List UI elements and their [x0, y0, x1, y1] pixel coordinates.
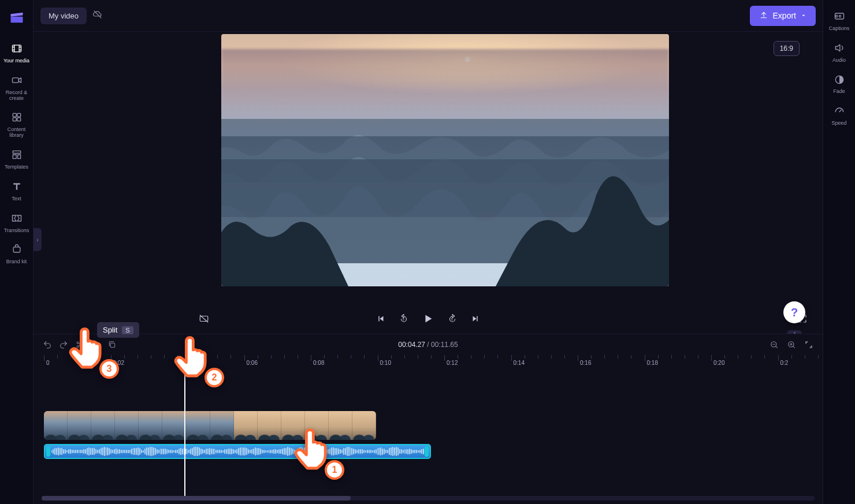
total-duration: 00:11.65: [431, 341, 458, 349]
sidebar-item-label: Record & create: [6, 89, 28, 101]
ruler-tick-label: 0:20: [713, 360, 724, 366]
svg-rect-1: [12, 45, 21, 52]
ruler-tick-label: 0:14: [514, 360, 525, 366]
audio-trim-handle-right[interactable]: [425, 446, 429, 457]
fit-timeline-button[interactable]: [804, 340, 813, 349]
ruler-tick-label: 0:12: [447, 360, 458, 366]
svg-rect-3: [13, 114, 16, 117]
timeline-scrollbar[interactable]: [42, 496, 815, 501]
right-item-label: Captions: [829, 25, 850, 31]
audio-trim-handle-left[interactable]: [46, 446, 50, 457]
tutorial-badge: 1: [325, 460, 344, 480]
transitions-icon: [0, 212, 34, 226]
tutorial-badge: 2: [205, 368, 224, 387]
right-item-speed[interactable]: Speed: [823, 99, 856, 131]
sidebar-item-your-media[interactable]: Your media: [0, 37, 34, 69]
help-button[interactable]: ?: [783, 301, 805, 323]
upload-icon: [759, 10, 768, 21]
svg-text:5: 5: [451, 318, 453, 321]
sidebar-item-label: Text: [12, 196, 21, 201]
svg-rect-6: [17, 118, 20, 121]
sidebar-item-label: Transitions: [4, 227, 29, 233]
right-item-audio[interactable]: Audio: [823, 36, 856, 68]
ruler-tick-label: 0:06: [247, 360, 258, 366]
undo-button[interactable]: [43, 340, 52, 349]
sidebar-item-brand-kit[interactable]: Brand kit: [0, 238, 34, 270]
timeline-tracks[interactable]: [34, 368, 823, 483]
audio-clip[interactable]: [44, 444, 431, 459]
templates-icon: [0, 149, 34, 162]
right-item-label: Fade: [833, 88, 845, 94]
timeline-area: Split S 00:04.27 / 00:11.65 00:020:040:0…: [34, 334, 823, 504]
ruler-tick-label: 0:16: [580, 360, 591, 366]
forward-5-icon[interactable]: 5: [447, 313, 458, 324]
sidebar-item-templates[interactable]: Templates: [0, 143, 34, 175]
tutorial-pointer-3: 3: [64, 323, 110, 369]
ruler-tick-label: 0:18: [647, 360, 658, 366]
audio-icon: [823, 42, 856, 55]
right-item-fade[interactable]: Fade: [823, 68, 856, 100]
ruler-tick-label: 0: [46, 360, 50, 366]
svg-rect-4: [17, 114, 20, 117]
ruler-tick-label: 0:08: [313, 360, 324, 366]
export-button[interactable]: Export: [750, 6, 816, 26]
zoom-in-button[interactable]: [787, 340, 796, 349]
svg-rect-18: [110, 343, 114, 347]
preview-mute-icon[interactable]: [199, 313, 209, 324]
right-item-label: Speed: [831, 120, 846, 126]
cloud-sync-off-icon[interactable]: [92, 9, 103, 22]
video-title-input[interactable]: My video: [40, 8, 87, 24]
ruler-tick-label: 0:10: [380, 360, 391, 366]
library-icon: [0, 111, 34, 125]
playhead[interactable]: [184, 368, 185, 498]
timeline-time-display: 00:04.27 / 00:11.65: [398, 341, 458, 349]
text-icon: [0, 181, 34, 194]
rewind-5-icon[interactable]: 5: [399, 313, 409, 324]
video-preview[interactable]: [221, 34, 669, 286]
ruler-tick-label: 0:2: [780, 360, 789, 366]
brand-kit-icon: [0, 244, 34, 257]
captions-icon: [823, 10, 856, 24]
skip-start-icon[interactable]: [376, 313, 386, 324]
svg-rect-2: [12, 78, 18, 83]
zoom-out-button[interactable]: [770, 340, 779, 349]
tutorial-pointer-2: 2: [169, 332, 215, 378]
skip-end-icon[interactable]: [470, 313, 481, 324]
export-label: Export: [773, 11, 796, 20]
help-icon: ?: [791, 306, 798, 319]
sidebar-item-transitions[interactable]: Transitions: [0, 207, 34, 238]
audio-waveform: [51, 446, 424, 457]
current-time: 00:04.27: [398, 341, 425, 349]
split-tooltip-key: S: [122, 326, 133, 334]
sidebar-item-label: Templates: [5, 164, 28, 170]
top-bar: My video Export: [34, 0, 823, 32]
timeline-toolbar: 00:04.27 / 00:11.65: [34, 334, 823, 355]
camera-icon: [0, 74, 34, 88]
right-item-captions[interactable]: Captions: [823, 5, 856, 36]
playback-controls: 5 5: [34, 307, 823, 330]
svg-rect-0: [10, 17, 23, 23]
svg-rect-5: [13, 118, 16, 121]
timeline-scrollbar-thumb[interactable]: [42, 496, 351, 501]
sidebar-item-content-library[interactable]: Content library: [0, 106, 34, 143]
main-preview-area: 16:9 5 5 ? ˅: [34, 32, 823, 334]
aspect-ratio-selector[interactable]: 16:9: [774, 41, 800, 56]
chevron-down-icon: [801, 11, 806, 20]
tutorial-badge: 3: [99, 359, 119, 379]
sidebar-item-text[interactable]: Text: [0, 175, 34, 207]
right-item-label: Audio: [832, 57, 846, 63]
sidebar-item-record-create[interactable]: Record & create: [0, 69, 34, 106]
left-sidebar: Your media Record & create Content libra…: [0, 0, 34, 504]
fade-icon: [823, 74, 856, 87]
svg-rect-8: [13, 155, 16, 159]
svg-rect-9: [17, 155, 20, 159]
timeline-ruler[interactable]: 00:020:040:060:080:100:120:140:160:180:2…: [34, 355, 823, 368]
play-button[interactable]: [422, 312, 434, 325]
svg-rect-10: [13, 247, 20, 252]
app-logo-icon[interactable]: [9, 9, 25, 25]
speed-icon: [823, 105, 856, 118]
sidebar-item-label: Your media: [3, 58, 29, 64]
tutorial-pointer-1: 1: [289, 424, 335, 471]
sidebar-item-label: Brand kit: [6, 259, 27, 264]
sidebar-item-label: Content library: [8, 126, 26, 138]
